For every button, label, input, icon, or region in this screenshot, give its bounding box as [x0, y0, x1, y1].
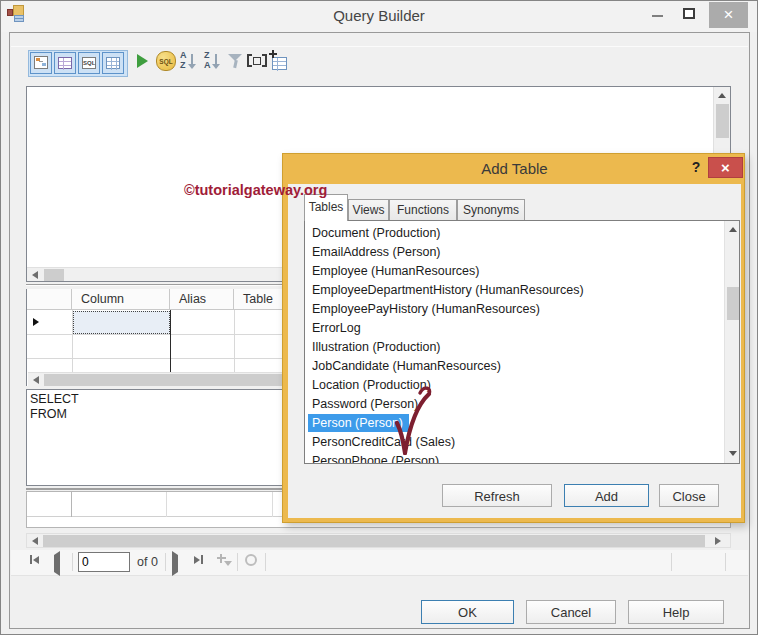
add-table-button[interactable]	[269, 51, 289, 71]
scroll-left-icon[interactable]	[32, 271, 38, 279]
show-results-pane-button[interactable]	[102, 52, 124, 74]
grid-caret-line	[170, 310, 171, 372]
ok-button[interactable]: OK	[421, 600, 514, 624]
add-button[interactable]: Add	[564, 484, 649, 507]
add-new-record-button[interactable]	[216, 552, 231, 567]
execute-sql-icon[interactable]: SQL	[156, 51, 176, 71]
move-first-button[interactable]	[30, 555, 39, 564]
sort-descending-button[interactable]: Z A	[204, 52, 223, 71]
sort-ascending-icon: A	[180, 50, 187, 60]
scroll-thumb[interactable]	[716, 104, 729, 138]
run-query-button[interactable]	[137, 54, 148, 68]
tab-synonyms[interactable]: Synonyms	[457, 199, 525, 221]
list-item-selected[interactable]: Person (Person)	[305, 414, 723, 433]
list-item[interactable]: Password (Person)	[305, 395, 723, 414]
list-item[interactable]: EmployeeDepartmentHistory (HumanResource…	[305, 281, 723, 300]
pane-toggle-group: SQL	[28, 50, 128, 77]
list-item[interactable]: ErrorLog	[305, 319, 723, 338]
scroll-down-icon[interactable]	[729, 451, 737, 456]
toolbar-divider	[11, 46, 748, 47]
move-next-button[interactable]	[172, 555, 178, 573]
run-icon	[137, 54, 148, 68]
diagram-pane-icon	[34, 56, 48, 69]
list-vscrollbar[interactable]	[724, 221, 740, 464]
results-hscrollbar[interactable]	[26, 533, 731, 548]
list-item[interactable]: EmployeePayHistory (HumanResources)	[305, 300, 723, 319]
list-item[interactable]: Document (Production)	[305, 224, 723, 243]
dialog-close-icon[interactable]: ×	[708, 157, 743, 178]
show-grid-pane-button[interactable]	[54, 52, 76, 74]
current-row-marker-icon	[33, 318, 39, 326]
list-item[interactable]: Location (Production)	[305, 376, 723, 395]
window-title: Query Builder	[1, 7, 757, 24]
list-item[interactable]: EmailAddress (Person)	[305, 243, 723, 262]
list-item[interactable]: PersonPhone (Person)	[305, 452, 723, 464]
close-button[interactable]: Close	[659, 484, 719, 507]
sort-ascending-button[interactable]: A Z	[180, 52, 199, 71]
add-table-dialog: Add Table ? × Tables Views Functions Syn…	[282, 153, 745, 523]
scroll-up-icon[interactable]	[729, 227, 737, 232]
grid-header-column[interactable]: Column	[72, 289, 170, 310]
query-builder-window: Query Builder × SQL	[0, 0, 758, 635]
list-item[interactable]: JobCandidate (HumanResources)	[305, 357, 723, 376]
position-input[interactable]	[78, 552, 130, 572]
maximize-icon[interactable]	[683, 8, 695, 19]
scroll-thumb[interactable]	[727, 287, 740, 320]
tab-functions[interactable]: Functions	[389, 199, 457, 221]
scroll-left-icon[interactable]	[33, 376, 39, 384]
scroll-thumb[interactable]	[44, 269, 64, 281]
tables-list: Document (Production) EmailAddress (Pers…	[304, 220, 740, 464]
cancel-button[interactable]: Cancel	[526, 600, 616, 624]
move-previous-button[interactable]	[54, 555, 60, 573]
move-previous-icon	[54, 551, 60, 576]
show-diagram-pane-button[interactable]	[30, 52, 52, 74]
list-item[interactable]: PersonCreditCard (Sales)	[305, 433, 723, 452]
record-navigator: of 0	[11, 550, 748, 576]
title-bar: Query Builder ×	[1, 1, 757, 32]
scroll-up-icon[interactable]	[718, 93, 726, 98]
sort-descending-icon: Z	[204, 50, 210, 60]
delete-record-icon[interactable]	[245, 554, 257, 566]
dialog-title: Add Table	[283, 160, 746, 177]
scroll-left-icon[interactable]	[32, 537, 38, 545]
sql-pane-icon: SQL	[82, 57, 96, 69]
results-pane-icon	[106, 57, 120, 69]
watermark: ©tutorialgateway.org	[184, 182, 327, 198]
minimize-icon[interactable]	[652, 15, 663, 17]
record-count-label: of 0	[137, 555, 158, 569]
grid-corner-cell	[27, 289, 72, 310]
move-next-icon	[172, 551, 178, 576]
move-first-icon	[30, 555, 32, 564]
list-item[interactable]: Illustration (Production)	[305, 338, 723, 357]
verify-sql-button[interactable]	[247, 54, 267, 67]
tab-tables[interactable]: Tables	[304, 194, 348, 221]
refresh-button[interactable]: Refresh	[442, 484, 552, 507]
move-last-icon	[194, 556, 200, 564]
move-last-button[interactable]	[194, 555, 203, 564]
dialog-help-icon[interactable]: ?	[689, 159, 703, 177]
verify-sql-icon	[247, 54, 252, 67]
help-button[interactable]: Help	[628, 600, 724, 624]
grid-selected-cell[interactable]	[73, 311, 170, 334]
add-table-icon	[272, 57, 287, 70]
grid-pane-icon	[58, 57, 72, 69]
close-icon[interactable]: ×	[709, 2, 748, 28]
grid-header-alias[interactable]: Alias	[170, 289, 234, 310]
filter-button[interactable]	[227, 54, 243, 69]
show-sql-pane-button[interactable]: SQL	[78, 52, 100, 74]
scroll-thumb[interactable]	[43, 535, 705, 547]
tab-views[interactable]: Views	[348, 199, 389, 221]
list-item[interactable]: Employee (HumanResources)	[305, 262, 723, 281]
checkmark-annotation	[389, 381, 444, 463]
scroll-right-icon[interactable]	[715, 537, 721, 545]
